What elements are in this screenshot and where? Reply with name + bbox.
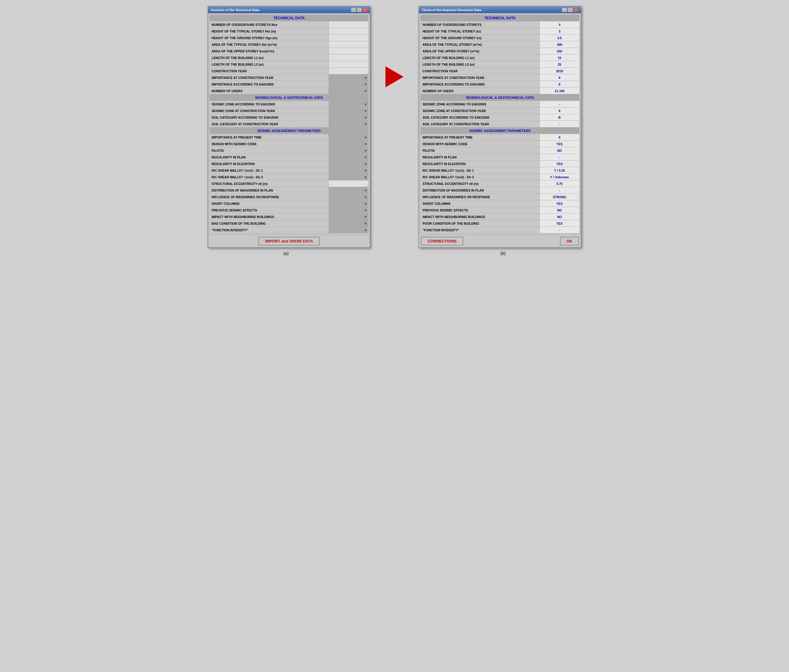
row-value[interactable]: ▼ [329,88,369,94]
row-label: NUMBER OF OVERGROUND STOREYS [421,21,540,28]
row-value [329,28,369,35]
table-row: AREA OF THE TYPICAL STOREY (m*m)300 [421,41,580,48]
row-label: SOIL CATEGORY AT CONSTRUCTION YEAR [421,121,540,127]
row-label: AREA OF THE TYPICAL STOREY (m*m) [421,41,540,48]
row-label: SOIL CATEGORY ACCORDING TO EAK/2000 [210,114,329,121]
table-row: IMPORTANCE AT CONSTRUCTION YEAR▼ [210,75,369,81]
row-label: IMPORTANCE AT CONSTRUCTION YEAR [421,75,540,81]
caption-a: (a) [204,251,367,256]
table-row: DISTRIBUTION OF MASONRIES IN PLAN- [421,187,580,194]
table-row: SEISMIC ASSESSEMENT PARAMETERS [210,127,369,134]
close-btn-b[interactable]: ✕ [573,8,578,12]
ok-button[interactable]: OK [560,237,579,245]
row-label: DESIGN WITH SEISMIC CODE [421,141,540,147]
row-value[interactable]: ▼ [329,101,369,108]
row-value[interactable]: ▼ [329,161,369,167]
row-label: CONSTRUCTION YEAR [421,68,540,75]
row-value[interactable]: ▼ [329,81,369,88]
caption-row: (a) (b) [6,251,783,256]
table-row: DESIGN WITH SEISMIC CODE▼ [210,141,369,147]
caption-b: (b) [422,251,585,256]
row-label: R/C SHEAR WALLS? / (nv1) - Dir 1 [210,167,329,174]
table-row: R/C SHEAR WALLS? / (nv2) - Dir 2▼ [210,174,369,180]
row-value[interactable]: ▼ [329,121,369,127]
row-value [329,180,369,187]
row-value: - [540,227,580,233]
row-value [329,21,369,28]
row-label: DISTRIBUTION OF MASONRIES IN PLAN [210,187,329,194]
table-row: CONSTRUCTION YEAR [210,68,369,75]
table-row: NUMBER OF USERS▼ [210,88,369,94]
close-btn-a[interactable]: ✕ [363,8,367,12]
row-value[interactable]: ▼ [329,194,369,200]
row-value[interactable]: ▼ [329,207,369,213]
row-value[interactable]: ▼ [329,227,369,233]
table-row: INFLUENCE OF MASONRIES ON RESPONSE▼ [210,194,369,200]
row-value[interactable]: ▼ [329,187,369,194]
table-row: AREA OF THE UPPER STOREY Aus(m*m) [210,48,369,54]
row-value: NO [540,207,580,213]
row-label: REGULARITY IN PLAN [421,154,540,161]
row-value[interactable]: ▼ [329,174,369,180]
minimize-btn-b[interactable]: _ [562,8,567,12]
table-row: IMPORTANCE ACCORDING TO EAK/2000II [421,81,580,88]
row-value[interactable]: ▼ [329,114,369,121]
row-value[interactable]: ▼ [329,167,369,174]
table-row: R/C SHEAR WALLS? / (nv1) - Dir 1Y / 0.35 [421,167,580,174]
table-row: NUMBER OF USERS11-100 [421,88,580,94]
row-label: R/C SHEAR WALLS? / (nv2) - Dir 2 [421,174,540,180]
row-value[interactable]: ▼ [329,134,369,141]
row-value[interactable]: ▼ [329,220,369,227]
row-value: II [540,81,580,88]
title-bar-b: Check of the Imported Structural Data _ … [419,6,581,13]
row-label: AREA OF THE UPPER STOREY Aus(m*m) [210,48,329,54]
table-row: AREA OF THE TYPICAL STOREY Ats (m*m) [210,41,369,48]
table-row: "FUNCTION INTENSITY"▼ [210,227,369,233]
row-label: DESIGN WITH SEISMIC CODE [210,141,329,147]
data-table-a: TECHNICAL DATANUMBER OF OVERGROUND STORE… [209,14,369,233]
row-value[interactable]: ▼ [329,154,369,161]
table-row: POOR CONDITION OF THE BUILDINGYES [421,220,580,227]
row-value: - [540,121,580,127]
row-value: - [540,187,580,194]
row-value: B [540,114,580,121]
table-row: PILOTIS▼ [210,147,369,154]
row-label: STRUCTURAL ECCENTRICITY e0 (m) [210,180,329,187]
data-table-b: TECHNICAL DATANUMBER OF OVERGROUND STORE… [420,14,580,233]
row-value[interactable]: ▼ [329,108,369,114]
table-row: SOIL CATEGORY AT CONSTRUCTION YEAR- [421,121,580,127]
corrections-button[interactable]: CORRECTIONS [421,237,463,245]
row-label: IMPORTANCE AT PRESENT TIME [421,134,540,141]
row-value: YES [540,141,580,147]
table-row: SHORT COLUMNS▼ [210,200,369,207]
table-row: BAD CONDITION OF THE BUILDING▼ [210,220,369,227]
row-value[interactable]: ▼ [329,141,369,147]
row-label: SEISMIC ZONE AT CONSTRUCTION YEAR [210,108,329,114]
row-label: PREVIOUS SEISMIC EFFECTS [421,207,540,213]
maximize-btn-a[interactable]: □ [357,8,362,12]
row-value: II [540,134,580,141]
table-row: IMPORTANCE AT PRESENT TIMEII [421,134,580,141]
row-value[interactable]: ▼ [329,213,369,220]
table-row: DESIGN WITH SEISMIC CODEYES [421,141,580,147]
row-value [329,54,369,61]
row-label: HEIGHT OF THE TYPICAL STOREY Hts (m) [210,28,329,35]
row-value[interactable]: ▼ [329,75,369,81]
minimize-btn-a[interactable]: _ [351,8,356,12]
row-label: BAD CONDITION OF THE BUILDING [210,220,329,227]
window-a: Insertion of the Structural Data _ □ ✕ T… [208,6,371,248]
row-label: IMPACT WITH NEIGHBORING BUILDINGS [210,213,329,220]
row-label: NUMBER OF OVERGROUND STOREYS Nos [210,21,329,28]
row-value[interactable]: ▼ [329,147,369,154]
table-row: NUMBER OF OVERGROUND STOREYS4 [421,21,580,28]
import-show-button[interactable]: IMPORT and SHOW DATA [258,237,319,245]
row-label: HEIGHT OF THE GROUND STOREY Hgs (m) [210,35,329,41]
row-label: DISTRIBUTION OF MASONRIES IN PLAN [421,187,540,194]
row-label: REGULARITY IN ELEVATION [210,161,329,167]
row-label: LENGTH OF THE BUILDING L1 (m) [421,54,540,61]
title-a: Insertion of the Structural Data [211,8,259,12]
row-label: SOIL CATEGORY ACCORDING TO EAK/2000 [421,114,540,121]
row-value[interactable]: ▼ [329,200,369,207]
maximize-btn-b[interactable]: □ [568,8,573,12]
row-label: IMPORTANCE ACCORDING TO EAK/2000 [210,81,329,88]
